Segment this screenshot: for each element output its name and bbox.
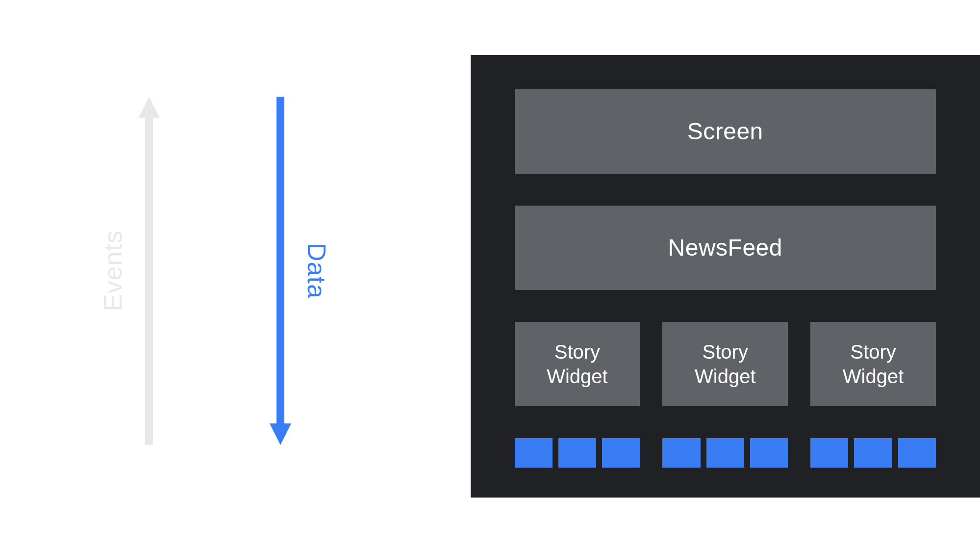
story-widget-box: Story Widget — [662, 322, 788, 406]
story-widget-box: Story Widget — [515, 322, 640, 406]
small-rects-group — [810, 438, 936, 468]
diagram-canvas: Events Data Screen NewsFeed Story Widget… — [0, 55, 980, 498]
small-rect — [558, 438, 596, 468]
small-rect — [662, 438, 700, 468]
newsfeed-label: NewsFeed — [668, 234, 782, 261]
small-rects-row — [515, 438, 936, 468]
svg-marker-0 — [138, 97, 160, 445]
small-rect — [810, 438, 848, 468]
small-rect — [854, 438, 892, 468]
screen-box: Screen — [515, 89, 936, 174]
data-label: Data — [302, 243, 331, 299]
story-widget-box: Story Widget — [810, 322, 936, 406]
small-rects-group — [515, 438, 640, 468]
events-arrow-group: Events — [98, 97, 160, 445]
small-rect — [898, 438, 936, 468]
left-panel: Events Data — [0, 55, 471, 498]
small-rect — [706, 438, 744, 468]
svg-marker-1 — [270, 97, 291, 445]
story-widget-label: Story Widget — [843, 340, 904, 389]
right-panel: Screen NewsFeed Story Widget Story Widge… — [471, 55, 980, 498]
small-rects-group — [662, 438, 788, 468]
small-rect — [602, 438, 640, 468]
widgets-row: Story Widget Story Widget Story Widget — [515, 322, 936, 406]
arrow-up-icon — [138, 97, 160, 445]
small-rect — [515, 438, 553, 468]
small-rect — [750, 438, 788, 468]
arrow-down-icon — [270, 97, 291, 445]
events-label: Events — [98, 230, 127, 311]
data-arrow-group: Data — [270, 97, 331, 445]
story-widget-label: Story Widget — [547, 340, 608, 389]
newsfeed-box: NewsFeed — [515, 206, 936, 290]
story-widget-label: Story Widget — [695, 340, 756, 389]
screen-label: Screen — [687, 118, 763, 145]
